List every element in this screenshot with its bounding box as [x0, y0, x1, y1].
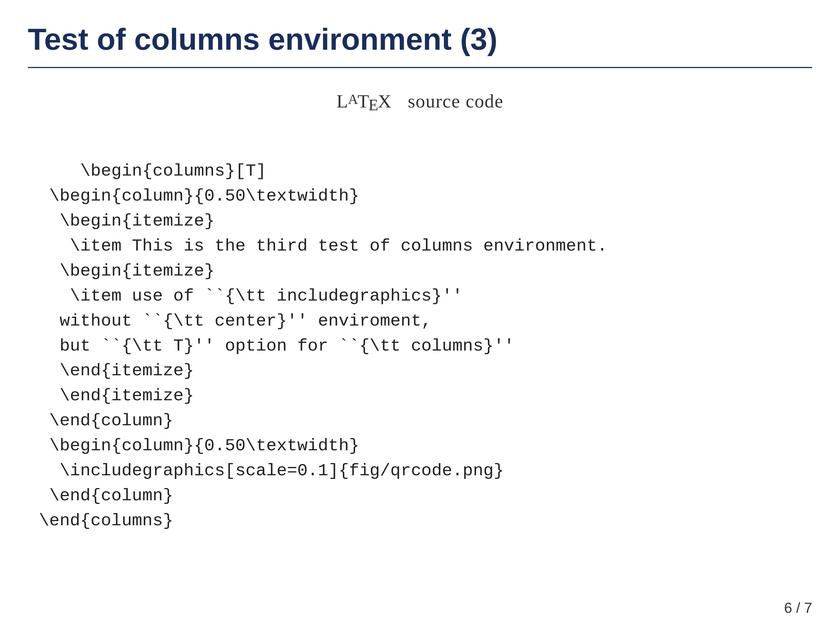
code-line-7: without ``{\tt center}'' enviroment, [39, 311, 432, 331]
latex-a: A [348, 92, 358, 107]
code-line-5: \begin{itemize} [39, 261, 215, 281]
latex-logo: LATEX [336, 90, 397, 112]
latex-e: E [369, 96, 379, 114]
code-line-15: \end{columns} [39, 511, 173, 531]
code-line-11: \end{column} [39, 411, 173, 431]
subtitle-source-code: source code [397, 90, 504, 112]
code-line-4: \item This is the third test of columns … [39, 236, 607, 256]
slide-title: Test of columns environment (3) [28, 22, 812, 56]
code-line-1: \begin{columns}[T] [80, 161, 266, 181]
code-line-10: \end{itemize} [39, 386, 194, 406]
code-block: \begin{columns}[T] \begin{column}{0.50\t… [28, 134, 812, 558]
code-line-12: \begin{column}{0.50\textwidth} [39, 436, 359, 456]
code-line-3: \begin{itemize} [39, 211, 215, 231]
code-line-13: \includegraphics[scale=0.1]{fig/qrcode.p… [39, 461, 504, 480]
code-line-9: \end{itemize} [39, 361, 194, 381]
page-number: 6 / 7 [784, 600, 812, 616]
code-line-14: \end{column} [39, 486, 173, 505]
code-line-8: but ``{\tt T}'' option for ``{\tt column… [39, 336, 514, 356]
divider [28, 67, 812, 68]
code-line-2: \begin{column}{0.50\textwidth} [39, 186, 359, 206]
code-line-6: \item use of ``{\tt includegraphics}'' [39, 286, 463, 306]
subtitle: LATEX source code [28, 90, 812, 114]
slide-container: Test of columns environment (3) LATEX so… [0, 0, 840, 630]
